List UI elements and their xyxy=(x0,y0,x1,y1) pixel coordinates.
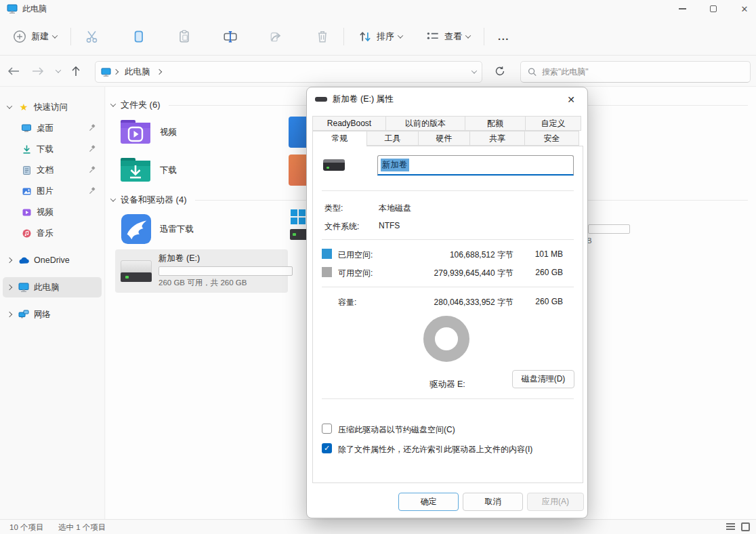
dialog-title: 新加卷 (E:) 属性 xyxy=(333,94,394,105)
recent-locations-button[interactable] xyxy=(50,64,66,79)
this-pc-icon xyxy=(16,282,31,293)
toolbar-divider xyxy=(484,28,484,45)
maximize-button[interactable] xyxy=(699,0,728,18)
breadcrumb-separator-icon xyxy=(156,69,161,75)
paste-button[interactable] xyxy=(170,25,198,48)
index-checkbox[interactable]: ✓ xyxy=(322,443,332,453)
drive-free-info: 260 GB 可用，共 260 GB xyxy=(159,278,293,288)
cut-button[interactable] xyxy=(78,25,106,48)
type-value: 本地磁盘 xyxy=(379,203,411,214)
sort-button[interactable]: 排序 xyxy=(351,25,409,48)
search-icon xyxy=(528,67,537,77)
back-button[interactable] xyxy=(5,64,22,79)
search-box[interactable] xyxy=(520,61,751,83)
sidebar-item-music[interactable]: 音乐 xyxy=(3,223,102,243)
address-dropdown-icon[interactable] xyxy=(471,68,477,73)
used-space-swatch xyxy=(322,249,332,259)
tab-sharing[interactable]: 共享 xyxy=(469,131,525,146)
sidebar-item-downloads[interactable]: 下载 xyxy=(3,139,102,159)
partial-folder-documents-icon[interactable] xyxy=(289,117,307,148)
details-view-icon[interactable] xyxy=(726,523,735,530)
large-icons-view-icon[interactable] xyxy=(741,522,750,533)
sidebar-item-desktop[interactable]: 桌面 xyxy=(3,118,102,138)
drive-tile-thunder[interactable]: 迅雷下载 xyxy=(115,210,288,248)
ok-button[interactable]: 确定 xyxy=(398,493,459,511)
free-space-label: 可用空间: xyxy=(338,268,373,279)
tab-readyboost[interactable]: ReadyBoost xyxy=(312,116,386,131)
close-button[interactable]: ✕ xyxy=(730,0,756,18)
chevron-down-icon xyxy=(465,33,471,38)
collapse-chevron-icon[interactable] xyxy=(7,285,12,290)
delete-button[interactable] xyxy=(308,25,337,48)
up-button[interactable] xyxy=(68,64,84,79)
sidebar-item-videos[interactable]: 视频 xyxy=(3,202,102,222)
partial-windows-drive-icon[interactable] xyxy=(290,209,308,240)
pin-icon xyxy=(89,124,96,134)
tab-hardware[interactable]: 硬件 xyxy=(418,131,470,146)
tab-quota[interactable]: 配额 xyxy=(465,116,526,131)
tab-security[interactable]: 安全 xyxy=(524,131,579,146)
tab-tools[interactable]: 工具 xyxy=(366,131,419,146)
tab-row-2: 常规 工具 硬件 共享 安全 xyxy=(312,131,579,146)
check-icon: ✓ xyxy=(324,444,330,452)
compress-checkbox[interactable] xyxy=(322,424,332,434)
drive-icon xyxy=(121,260,152,282)
folder-tile-downloads[interactable]: 下载 xyxy=(115,152,288,188)
rename-button[interactable] xyxy=(216,25,245,48)
sidebar-item-quick-access[interactable]: ★ 快速访问 xyxy=(3,97,102,117)
copy-button[interactable] xyxy=(124,25,152,48)
new-button[interactable]: 新建 xyxy=(5,25,64,48)
new-button-label: 新建 xyxy=(31,30,49,43)
paste-icon xyxy=(177,29,192,44)
apply-button[interactable]: 应用(A) xyxy=(527,493,584,511)
view-button[interactable]: 查看 xyxy=(419,25,477,48)
breadcrumb[interactable]: 此电脑 xyxy=(95,61,482,83)
volume-name-input[interactable]: 新加卷 xyxy=(377,155,574,176)
search-input[interactable] xyxy=(542,67,743,77)
breadcrumb-item-this-pc[interactable]: 此电脑 xyxy=(125,66,150,78)
tab-general[interactable]: 常规 xyxy=(312,131,367,146)
properties-dialog: 新加卷 (E:) 属性 ✕ ReadyBoost 以前的版本 配额 自定义 常规… xyxy=(306,87,588,518)
sidebar-item-pictures[interactable]: 图片 xyxy=(3,181,102,201)
download-icon xyxy=(19,144,34,155)
picture-icon xyxy=(19,186,34,197)
sidebar-item-this-pc[interactable]: 此电脑 xyxy=(3,277,102,297)
refresh-button[interactable] xyxy=(492,64,508,79)
share-button[interactable] xyxy=(262,25,291,48)
folder-tile-videos[interactable]: 视频 xyxy=(115,114,288,150)
cancel-button[interactable]: 取消 xyxy=(463,493,523,511)
forward-button[interactable] xyxy=(30,64,46,79)
sidebar-item-documents[interactable]: 文档 xyxy=(3,160,102,180)
this-pc-icon xyxy=(7,3,18,14)
drive-icon xyxy=(315,97,327,102)
drive-tile-new-volume-e[interactable]: 新加卷 (E:) 260 GB 可用，共 260 GB xyxy=(115,249,288,293)
dialog-close-button[interactable]: ✕ xyxy=(560,91,582,108)
view-button-label: 查看 xyxy=(444,30,462,43)
sidebar-item-network[interactable]: 网络 xyxy=(3,304,102,325)
navigation-bar: 此电脑 xyxy=(0,56,756,87)
video-icon xyxy=(19,207,34,218)
group-collapse-icon[interactable] xyxy=(110,196,116,201)
toolbar-divider xyxy=(70,28,71,45)
expand-chevron-icon[interactable] xyxy=(7,103,12,108)
window-titlebar: 此电脑 xyxy=(0,0,756,18)
sidebar-item-onedrive[interactable]: OneDrive xyxy=(3,250,102,270)
sort-icon xyxy=(358,29,373,44)
tab-previous-versions[interactable]: 以前的版本 xyxy=(385,116,465,131)
used-space-size: 101 MB xyxy=(516,249,563,259)
copy-icon xyxy=(131,29,146,44)
tab-row-1: ReadyBoost 以前的版本 配额 自定义 xyxy=(312,116,581,131)
document-icon xyxy=(19,165,34,176)
free-space-swatch xyxy=(322,267,332,277)
trash-icon xyxy=(315,29,330,44)
collapse-chevron-icon[interactable] xyxy=(7,258,12,263)
partial-folder-music-icon[interactable] xyxy=(289,155,307,186)
disk-cleanup-button[interactable]: 磁盘清理(D) xyxy=(512,370,574,388)
more-options-button[interactable]: ... xyxy=(491,26,516,46)
cut-icon xyxy=(85,29,100,44)
tab-customize[interactable]: 自定义 xyxy=(525,116,581,131)
group-collapse-icon[interactable] xyxy=(110,101,116,106)
collapse-chevron-icon[interactable] xyxy=(7,312,12,317)
filesystem-label: 文件系统: xyxy=(324,221,359,232)
minimize-button[interactable] xyxy=(668,0,696,18)
